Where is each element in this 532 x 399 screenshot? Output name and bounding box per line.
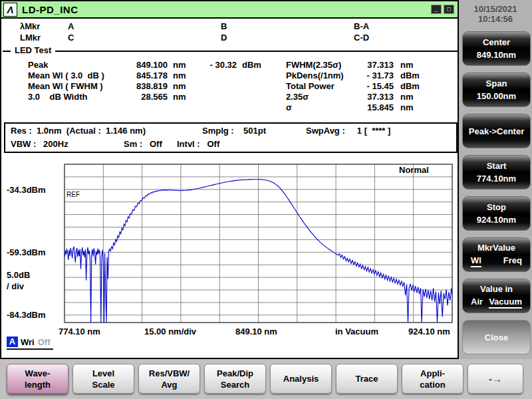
trace-off-label: Off [38, 337, 51, 347]
softkey-start[interactable]: Start 774.10nm [462, 155, 531, 190]
menu-peak-dip-search-line1: Peak/Dip [205, 368, 265, 379]
menu-trace-line1: Trace [336, 373, 397, 384]
mkr-value-freq-option[interactable]: Freq [503, 255, 522, 267]
sigma-unit: nm [400, 102, 414, 112]
section-divider [3, 51, 458, 52]
x-axis-stop: 924.10 nm [408, 327, 450, 336]
minimize-button[interactable]: _ [431, 5, 442, 14]
chart-grid [65, 164, 452, 323]
sampling-setting: Smplg : 501pt [202, 126, 266, 136]
marker-row-wavelength: λMkr A B B-A [1, 21, 460, 32]
marker-c-label: C [68, 33, 74, 43]
function-menu-bar: Wave- length Level Scale Res/VBW/ Avg Pe… [0, 359, 532, 399]
sweep-average-setting: SwpAvg : 1 [ **** ] [306, 126, 390, 136]
fwhm-value: 37.313 [349, 60, 394, 70]
time-text: 10:14:56 [459, 14, 532, 24]
marker-d-label: D [221, 33, 227, 43]
softkey-span[interactable]: Span 150.00nm [462, 72, 531, 107]
2-35-sigma-label: 2.35σ [286, 92, 309, 102]
menu-analysis-button[interactable]: Analysis [270, 364, 332, 394]
x-axis-medium: in Vacuum [335, 327, 378, 336]
maximize-button[interactable]: □ [444, 5, 454, 14]
trace-a-badge: A [7, 336, 18, 347]
menu-wavelength-line1: Wave- [7, 368, 68, 379]
menu-analysis-line1: Analysis [271, 373, 331, 384]
trace-a-indicator[interactable]: A Wri Off [7, 336, 53, 350]
softkey-start-value: 774.10nm [463, 174, 530, 184]
menu-wavelength-line2: length [7, 379, 68, 390]
softkey-span-label: Span [463, 78, 530, 88]
marker-row-level: LMkr C D C-D [1, 33, 460, 43]
meas-row-2-35-sigma: 2.35σ 37.313 nm [1, 92, 460, 102]
resolution-setting: Res : 1.0nm (Actual : 1.146 nm) [11, 126, 146, 136]
marker-c-d-label: C-D [354, 33, 369, 43]
x-axis-scale: 15.00 nm/div [144, 327, 196, 336]
fwhm-label: FWHM(2.35σ) [286, 60, 341, 70]
interval-setting: Intvl : Off [177, 139, 219, 149]
x-axis-center: 849.10 nm [235, 327, 277, 336]
softkey-peak-to-center-label: Peak->Center [463, 126, 530, 136]
2-35-sigma-value: 37.313 [349, 92, 394, 102]
softkey-mkr-value-label: MkrValue [463, 243, 530, 253]
mkr-value-wl-option[interactable]: Wl [471, 255, 481, 267]
meas-row-sigma: σ 15.845 nm [1, 102, 460, 113]
window-title: LD-PD_INC [22, 4, 78, 15]
softkey-stop-value: 924.10nm [463, 215, 530, 225]
softkey-center[interactable]: Center 849.10nm [462, 31, 531, 66]
vbw-setting: VBW : 200Hz [11, 139, 68, 149]
sigma-label: σ [286, 102, 292, 112]
softkey-close[interactable]: Close [462, 320, 531, 354]
menu-res-vbw-avg-line1: Res/VBW/ [139, 368, 200, 379]
date-text: 10/15/2021 [459, 4, 532, 14]
lambda-mkr-label: λMkr [20, 21, 40, 31]
meas-row-total-power: Total Power - 15.45 dBm [1, 81, 460, 92]
marker-a-label: A [68, 21, 74, 31]
menu-level-scale-line1: Level [73, 368, 134, 379]
y-axis-scale-line2: / div [7, 281, 24, 291]
softkey-mkr-value[interactable]: MkrValue Wl Freq [462, 237, 531, 272]
menu-more-button[interactable]: -→ [467, 364, 523, 394]
menu-level-scale-button[interactable]: Level Scale [72, 364, 134, 394]
menu-wavelength-button[interactable]: Wave- length [7, 364, 68, 394]
trace-mode-label: Normal [399, 165, 429, 175]
softkey-close-label: Close [463, 332, 530, 342]
softkey-value-in-label: Value in [463, 284, 530, 294]
trace-write-label: Wri [21, 337, 35, 347]
marker-b-a-label: B-A [354, 21, 369, 31]
softkey-center-label: Center [463, 37, 530, 47]
softkey-center-value: 849.10nm [463, 50, 530, 60]
menu-trace-button[interactable]: Trace [336, 364, 398, 394]
fwhm-unit: nm [400, 60, 414, 70]
2-35-sigma-unit: nm [400, 92, 414, 102]
smoothing-setting: Sm : Off [124, 139, 162, 149]
sweep-settings-box: Res : 1.0nm (Actual : 1.146 nm) Smplg : … [4, 122, 458, 153]
menu-application-button[interactable]: Appli- cation [402, 364, 464, 394]
pkdens-value: - 31.73 [349, 70, 394, 80]
x-axis-start: 774.10 nm [59, 327, 100, 336]
softkey-start-label: Start [463, 161, 530, 171]
total-power-value: - 15.45 [349, 81, 394, 91]
softkey-stop[interactable]: Stop 924.10nm [462, 196, 531, 231]
sigma-value: 15.845 [349, 102, 394, 112]
main-display-panel: Λ LD-PD_INC _ □ λMkr A B B-A LMkr C D C-… [0, 0, 459, 359]
menu-level-scale-line2: Scale [73, 379, 134, 390]
menu-res-vbw-avg-button[interactable]: Res/VBW/ Avg [138, 364, 200, 394]
softkey-sidebar: 10/15/2021 10:14:56 Center 849.10nm Span… [459, 0, 532, 359]
menu-application-line1: Appli- [402, 368, 463, 379]
meas-row-fwhm: FWHM(2.35σ) 37.313 nm [1, 60, 460, 70]
value-in-vacuum-option[interactable]: Vacuum [489, 297, 522, 309]
more-arrow-icon: -→ [468, 373, 523, 384]
window-controls: _ □ [431, 5, 454, 14]
ref-marker-label: REF [66, 191, 80, 198]
total-power-label: Total Power [286, 81, 334, 91]
softkey-peak-to-center[interactable]: Peak->Center [462, 114, 531, 148]
marker-b-label: B [221, 21, 227, 31]
y-axis-bottom-level: -84.3dBm [7, 310, 46, 320]
total-power-unit: dBm [400, 81, 420, 91]
value-in-air-option[interactable]: Air [471, 297, 483, 309]
pkdens-label: PkDens(/1nm) [286, 70, 344, 80]
softkey-value-in[interactable]: Value in Air Vacuum [462, 279, 531, 313]
meas-row-pkdens: PkDens(/1nm) - 31.73 dBm [1, 70, 460, 81]
menu-peak-dip-search-button[interactable]: Peak/Dip Search [204, 364, 266, 394]
pkdens-unit: dBm [400, 70, 420, 80]
